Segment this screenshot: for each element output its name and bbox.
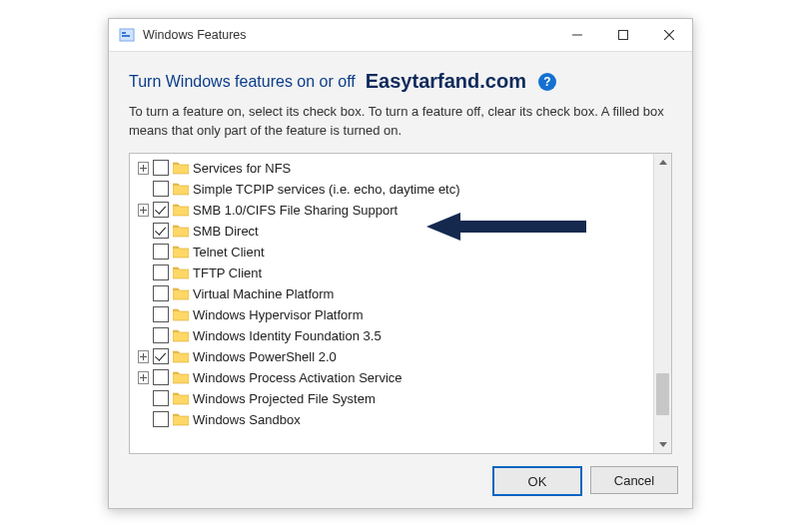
svg-marker-16 [659,442,667,447]
dialog-footer: OK Cancel [492,466,678,496]
expand-slot [138,288,149,299]
feature-label: Windows PowerShell 2.0 [193,349,337,364]
page-heading: Turn Windows features on or off [129,73,356,91]
folder-icon [173,328,189,342]
svg-rect-4 [619,31,628,40]
folder-icon [173,286,189,300]
cancel-button-label: Cancel [614,473,654,488]
scroll-up-button[interactable] [654,154,671,171]
feature-label: Telnet Client [193,245,265,260]
maximize-icon [618,30,628,40]
feature-row[interactable]: Windows Identity Foundation 3.5 [136,325,654,346]
feature-label: TFTP Client [193,266,262,280]
brand-watermark: Easytarfand.com [366,70,526,93]
app-icon [119,27,135,43]
folder-icon [173,266,189,279]
expand-slot[interactable] [138,372,149,383]
close-icon [664,30,674,40]
feature-label: Services for NFS [193,161,291,176]
expand-slot[interactable] [138,163,149,174]
feature-label: Simple TCPIP services (i.e. echo, daytim… [193,182,460,197]
features-tree: Services for NFSSimple TCPIP services (i… [129,153,672,454]
folder-icon [173,224,189,238]
minimize-button[interactable] [554,19,600,51]
feature-row[interactable]: Windows Hypervisor Platform [136,304,654,325]
feature-checkbox[interactable] [153,181,169,197]
feature-row[interactable]: Windows Sandbox [136,409,654,430]
expand-button[interactable] [138,162,149,175]
folder-icon [173,370,189,384]
feature-label: Windows Projected File System [193,391,376,406]
expand-slot [138,330,149,341]
feature-checkbox[interactable] [153,265,169,280]
feature-row[interactable]: SMB Direct [136,221,654,242]
vertical-scrollbar[interactable] [653,154,671,453]
expand-slot[interactable] [138,351,149,362]
expand-slot [138,414,149,425]
expand-slot [138,226,149,237]
content-area: Turn Windows features on or off Easytarf… [109,52,692,454]
window-title: Windows Features [143,28,247,42]
feature-checkbox[interactable] [153,411,169,427]
chevron-up-icon [659,160,667,165]
svg-rect-2 [122,35,130,37]
folder-icon [173,349,189,363]
feature-checkbox[interactable] [153,348,169,364]
maximize-button[interactable] [600,19,646,51]
folder-icon [173,182,189,196]
feature-row[interactable]: TFTP Client [136,263,654,283]
feature-checkbox[interactable] [153,306,169,322]
feature-row[interactable]: Virtual Machine Platform [136,283,654,304]
feature-label: Windows Hypervisor Platform [193,307,364,322]
help-icon[interactable]: ? [538,73,556,91]
feature-checkbox[interactable] [153,390,169,406]
features-tree-viewport[interactable]: Services for NFSSimple TCPIP services (i… [130,154,654,453]
cancel-button[interactable]: Cancel [590,466,678,494]
feature-row[interactable]: Simple TCPIP services (i.e. echo, daytim… [136,179,654,200]
folder-icon [173,412,189,426]
feature-checkbox[interactable] [153,244,169,260]
titlebar: Windows Features [109,19,692,52]
folder-icon [173,307,189,321]
folder-icon [173,391,189,405]
feature-row[interactable]: Windows Process Activation Service [136,367,654,388]
expand-slot [138,267,149,278]
chevron-down-icon [659,442,667,447]
feature-label: Windows Process Activation Service [193,370,402,385]
feature-row[interactable]: Windows Projected File System [136,388,654,409]
feature-label: Windows Sandbox [193,412,301,427]
minimize-icon [572,30,582,40]
svg-marker-15 [659,160,667,165]
scroll-thumb[interactable] [656,373,669,415]
expand-slot [138,393,149,404]
close-button[interactable] [646,19,692,51]
feature-label: SMB Direct [193,224,259,239]
feature-checkbox[interactable] [153,285,169,301]
ok-button[interactable]: OK [492,466,582,496]
scroll-down-button[interactable] [654,436,671,453]
expand-slot [138,247,149,258]
windows-features-dialog: Windows Features Turn Windows features o… [108,18,693,509]
folder-icon [173,161,189,175]
expand-slot[interactable] [138,205,149,216]
feature-label: Windows Identity Foundation 3.5 [193,328,382,343]
feature-row[interactable]: Telnet Client [136,242,654,263]
expand-button[interactable] [138,204,149,217]
feature-checkbox[interactable] [153,202,169,218]
feature-row[interactable]: Windows PowerShell 2.0 [136,346,654,367]
svg-rect-1 [122,32,126,34]
expand-slot [138,184,149,195]
feature-label: SMB 1.0/CIFS File Sharing Support [193,203,398,218]
feature-checkbox[interactable] [153,369,169,385]
feature-checkbox[interactable] [153,160,169,176]
expand-button[interactable] [138,350,149,363]
ok-button-label: OK [528,474,547,489]
description-text: To turn a feature on, select its check b… [129,103,672,141]
feature-checkbox[interactable] [153,223,169,239]
folder-icon [173,203,189,217]
feature-checkbox[interactable] [153,327,169,343]
feature-row[interactable]: SMB 1.0/CIFS File Sharing Support [136,200,654,221]
feature-row[interactable]: Services for NFS [136,158,654,179]
expand-button[interactable] [138,371,149,384]
folder-icon [173,245,189,259]
